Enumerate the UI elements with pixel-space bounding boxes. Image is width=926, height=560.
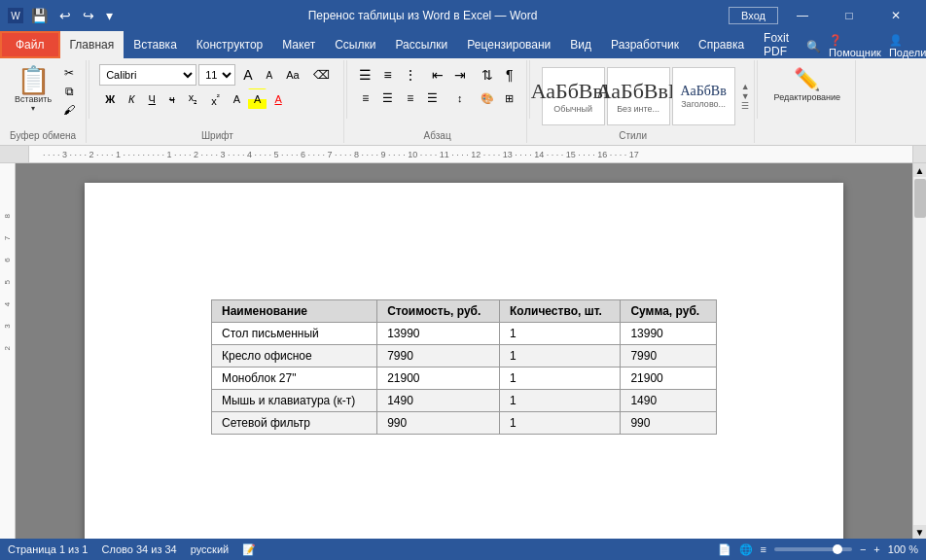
quick-save-icon[interactable]: 💾 xyxy=(27,6,52,25)
style-no-spacing[interactable]: АаБбВвГ Без инте... xyxy=(607,67,670,125)
table-cell-0-3: 13990 xyxy=(621,323,717,345)
sep1 xyxy=(89,60,89,119)
font-size-selector[interactable]: 11 xyxy=(198,64,235,86)
zoom-level[interactable]: 100 % xyxy=(888,543,918,555)
spell-check-icon[interactable]: 📝 xyxy=(242,543,256,556)
tab-review[interactable]: Рецензировани xyxy=(457,31,560,58)
redo-icon[interactable]: ↪ xyxy=(79,6,98,25)
view-web-icon[interactable]: 🌐 xyxy=(739,543,753,556)
view-outline-icon[interactable]: ≡ xyxy=(761,543,766,555)
sort-button[interactable]: ⇅ xyxy=(477,64,498,86)
strikethrough-button[interactable]: ч xyxy=(163,88,181,110)
tab-foxit[interactable]: Foxit PDF xyxy=(754,31,799,58)
scroll-thumb[interactable] xyxy=(914,179,926,218)
undo-icon[interactable]: ↩ xyxy=(55,6,75,25)
tab-dev[interactable]: Разработчик xyxy=(601,31,689,58)
italic-button[interactable]: К xyxy=(123,88,140,110)
cut-button[interactable]: ✂ xyxy=(60,64,78,82)
search-icon[interactable]: 🔍 xyxy=(806,40,821,53)
customize-icon[interactable]: ▾ xyxy=(102,6,117,25)
show-marks-button[interactable]: ¶ xyxy=(499,64,520,86)
zoom-plus-icon[interactable]: + xyxy=(873,543,879,555)
help-icon[interactable]: ❓ Помощник xyxy=(829,34,881,58)
sep2 xyxy=(346,60,347,119)
numbering-button[interactable]: ≡ xyxy=(377,64,399,86)
minimize-button[interactable]: — xyxy=(780,0,825,31)
table-row: Мышь и клавиатура (к-т)149011490 xyxy=(212,390,717,412)
bullets-button[interactable]: ☰ xyxy=(355,64,376,86)
styles-expand[interactable]: ☰ xyxy=(741,101,750,111)
zoom-slider[interactable] xyxy=(774,547,852,551)
scroll-up-button[interactable]: ▲ xyxy=(913,163,927,177)
clipboard-content: 📋 Вставить ▾ ✂ ⧉ 🖌 xyxy=(8,64,78,127)
ribbon-tabs: Файл Главная Вставка Конструктор Макет С… xyxy=(0,31,926,58)
sep3 xyxy=(529,60,530,119)
decrease-indent-button[interactable]: ⇤ xyxy=(427,64,448,86)
align-justify-button[interactable]: ☰ xyxy=(422,88,444,109)
grow-font-button[interactable]: A xyxy=(237,64,258,86)
table-cell-1-1: 7990 xyxy=(377,345,500,368)
align-left-button[interactable]: ≡ xyxy=(355,88,376,109)
table-cell-4-3: 990 xyxy=(621,412,717,435)
font-family-selector[interactable]: Calibri xyxy=(99,64,196,86)
text-effects-button[interactable]: A xyxy=(228,88,246,110)
line-spacing-button[interactable]: ↕ xyxy=(449,88,471,109)
tab-file[interactable]: Файл xyxy=(0,31,60,58)
editing-button[interactable]: ✏️ Редактирование xyxy=(767,64,848,105)
paragraph-group: ☰ ≡ ⋮ ⇤ ⇥ ⇅ ¶ ≡ ☰ ≡ ☰ ↕ 🎨 ⊞ А xyxy=(349,60,527,143)
paste-button[interactable]: 📋 Вставить ▾ xyxy=(8,64,58,116)
tab-refs[interactable]: Ссылки xyxy=(325,31,385,58)
font-row2: Ж К Ч ч х₂ х² A A A xyxy=(99,88,335,110)
font-color-button[interactable]: A xyxy=(268,88,287,110)
align-center-button[interactable]: ☰ xyxy=(377,88,399,109)
tab-design[interactable]: Конструктор xyxy=(187,31,272,58)
table-cell-0-0: Стол письменный xyxy=(212,323,377,345)
tab-help[interactable]: Справка xyxy=(689,31,754,58)
tab-view[interactable]: Вид xyxy=(560,31,601,58)
tab-mailings[interactable]: Рассылки xyxy=(385,31,457,58)
tab-layout[interactable]: Макет xyxy=(272,31,325,58)
zoom-minus-icon[interactable]: − xyxy=(860,543,866,555)
styles-scroll-up[interactable]: ▲ xyxy=(741,82,750,91)
shrink-font-button[interactable]: A xyxy=(261,64,279,86)
title-bar-left: W 💾 ↩ ↪ ▾ xyxy=(8,6,117,25)
tab-insert[interactable]: Вставка xyxy=(124,31,187,58)
editing-label: Редактирование xyxy=(774,92,841,102)
zoom-thumb[interactable] xyxy=(833,544,842,554)
text-highlight-button[interactable]: A xyxy=(248,88,267,110)
format-painter-button[interactable]: 🖌 xyxy=(60,101,78,119)
bold-button[interactable]: Ж xyxy=(99,88,121,110)
share-icon[interactable]: 👤 Поделиться xyxy=(889,34,926,58)
col-header-price: Стоимость, руб. xyxy=(377,300,500,323)
view-print-icon[interactable]: 📄 xyxy=(718,543,731,556)
vertical-scrollbar[interactable]: ▲ ▼ xyxy=(912,163,926,539)
align-right-button[interactable]: ≡ xyxy=(400,88,421,109)
multilevel-button[interactable]: ⋮ xyxy=(400,64,421,86)
subscript-button[interactable]: х₂ xyxy=(183,88,204,110)
table-cell-1-0: Кресло офисное xyxy=(212,345,377,368)
font-case-button[interactable]: Aa xyxy=(280,64,304,86)
doc-scroll[interactable]: Наименование Стоимость, руб. Количество,… xyxy=(16,163,912,539)
borders-button[interactable]: ⊞ xyxy=(499,88,520,109)
col-header-qty: Количество, шт. xyxy=(500,300,621,323)
close-button[interactable]: ✕ xyxy=(873,0,918,31)
scroll-down-button[interactable]: ▼ xyxy=(913,525,927,539)
tab-home[interactable]: Главная xyxy=(60,31,125,58)
superscript-button[interactable]: х² xyxy=(205,88,226,110)
word-count: Слово 34 из 34 xyxy=(101,543,176,555)
status-right: 📄 🌐 ≡ − + 100 % xyxy=(718,543,919,556)
styles-scroll-down[interactable]: ▼ xyxy=(741,91,750,101)
copy-button[interactable]: ⧉ xyxy=(60,83,78,100)
style-heading[interactable]: АаБбВв Заголово... xyxy=(672,67,735,125)
col-header-name: Наименование xyxy=(212,300,377,323)
login-button[interactable]: Вход xyxy=(729,7,778,24)
styles-content: АаБбВвГ Обычный АаБбВвГ Без инте... АаБб… xyxy=(536,63,741,129)
clipboard-group: 📋 Вставить ▾ ✂ ⧉ 🖌 Буфер обмена xyxy=(0,60,87,143)
shading-button[interactable]: 🎨 xyxy=(477,88,498,109)
clear-format-button[interactable]: ⌫ xyxy=(307,64,336,86)
table-cell-3-1: 1490 xyxy=(377,390,500,412)
underline-button[interactable]: Ч xyxy=(143,88,161,110)
maximize-button[interactable]: □ xyxy=(827,0,872,31)
increase-indent-button[interactable]: ⇥ xyxy=(449,64,471,86)
title-bar-right: Вход — □ ✕ xyxy=(729,0,918,31)
